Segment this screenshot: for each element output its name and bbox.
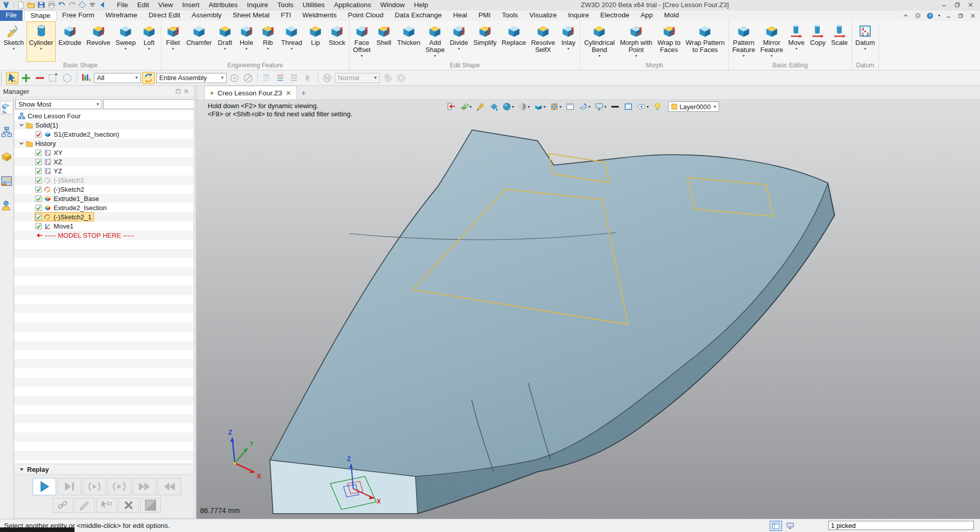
ribbon-button-copy[interactable]: Copy: [807, 21, 828, 62]
ribbon-button-revolve[interactable]: Revolve: [84, 21, 113, 62]
open-file-icon[interactable]: [27, 1, 36, 9]
help-icon[interactable]: ?: [926, 12, 935, 20]
layer-combo[interactable]: Layer0000▼: [668, 102, 719, 112]
visibility-checkbox[interactable]: [35, 214, 42, 220]
ribbon-button-fillet[interactable]: Fillet▾: [162, 21, 184, 62]
ribbon-button-thicken[interactable]: Thicken: [395, 21, 423, 62]
ribbon-tab-weldments[interactable]: Weldments: [297, 10, 342, 21]
dropdown-caret[interactable]: ▾: [598, 54, 600, 58]
bulb-icon[interactable]: [652, 102, 663, 112]
undo-icon[interactable]: [57, 1, 66, 9]
redo-icon[interactable]: [67, 1, 77, 9]
new-file-icon[interactable]: [16, 1, 26, 9]
visibility-checkbox[interactable]: [35, 205, 42, 211]
dropdown-caret[interactable]: ▾: [246, 46, 248, 51]
ribbon-button-add-shape[interactable]: AddShape▾: [423, 21, 448, 62]
ribbon-tab-visualize[interactable]: Visualize: [524, 10, 562, 21]
replay-play-span-button[interactable]: [83, 478, 106, 495]
toolbar-grip[interactable]: [1, 72, 4, 84]
ribbon-button-extrude[interactable]: Extrude: [56, 21, 84, 62]
menu-attributes[interactable]: Attributes: [204, 0, 242, 10]
ribbon-tab-electrode[interactable]: Electrode: [595, 10, 635, 21]
edge-width-icon[interactable]: [609, 102, 621, 112]
ribbon-tab-point-cloud[interactable]: Point Cloud: [342, 10, 389, 21]
visibility-checkbox[interactable]: [35, 186, 42, 193]
dropdown-caret[interactable]: ▾: [771, 54, 773, 58]
manager-tab-icon[interactable]: [0, 101, 13, 114]
dropdown-caret[interactable]: ▾: [647, 105, 649, 109]
dropdown-caret[interactable]: ▾: [589, 105, 591, 109]
tree-row-history[interactable]: History: [14, 139, 199, 148]
dropdown-caret[interactable]: ▾: [434, 54, 436, 58]
tree-row-s1-extrude2-isection[interactable]: S1(Extrude2_Isection): [14, 130, 199, 139]
ribbon-button-rib[interactable]: Rib▾: [257, 21, 279, 62]
monitor-icon[interactable]: [784, 521, 796, 531]
ribbon-button-wrap-pattern-to-faces[interactable]: Wrap Patternto Faces: [683, 21, 727, 62]
ribbon-tab-free-form[interactable]: Free Form: [57, 10, 100, 21]
frame-icon[interactable]: [565, 102, 576, 112]
save-icon[interactable]: [37, 1, 46, 9]
ribbon-tab-app[interactable]: App: [635, 10, 658, 21]
target-icon[interactable]: [228, 72, 240, 84]
exit-icon[interactable]: [446, 102, 457, 112]
mdi-restore-icon[interactable]: [956, 12, 965, 20]
tree-row-extrude2-isection[interactable]: Extrude2_Isection: [14, 203, 199, 212]
replay-regen-button[interactable]: [53, 498, 73, 513]
ribbon-tab-pmi[interactable]: PMI: [473, 10, 496, 21]
menu-window[interactable]: Window: [376, 0, 409, 10]
tree-row-yz[interactable]: 312YZ: [14, 166, 199, 175]
ribbon-tab-mold[interactable]: Mold: [658, 10, 684, 21]
ribbon-button-cylinder[interactable]: Cylinder▾: [27, 21, 56, 62]
face-rect-icon[interactable]: [623, 102, 634, 112]
ribbon-button-scale[interactable]: Scale: [828, 21, 850, 62]
dropdown-caret[interactable]: ▾: [559, 105, 561, 109]
replay-cancel-button[interactable]: [118, 498, 139, 513]
ribbon-button-mirror-feature[interactable]: MirrorFeature▾: [757, 21, 786, 62]
mdi-minimize-icon[interactable]: [944, 12, 952, 20]
dropdown-caret[interactable]: ▾: [604, 105, 606, 109]
tree-row-sketch2-1[interactable]: (-)Sketch2_1: [14, 212, 199, 221]
assembly-tree-icon[interactable]: [0, 125, 13, 139]
dropdown-caret[interactable]: ▾: [743, 54, 745, 58]
ribbon-button-face-offset[interactable]: FaceOffset▾: [351, 21, 373, 62]
ribbon-button-loft[interactable]: Loft▾: [138, 21, 160, 62]
tree-row-extrude1-base[interactable]: Extrude1_Base: [14, 194, 199, 203]
close-icon[interactable]: [965, 1, 976, 9]
ribbon-button-chamfer[interactable]: Chamfer: [184, 21, 214, 62]
visibility-checkbox[interactable]: [35, 223, 42, 230]
tree-filter-combo[interactable]: Show Most ▼: [15, 99, 102, 109]
ribbon-button-divide[interactable]: Divide▾: [447, 21, 471, 62]
visual-manager-icon[interactable]: [0, 150, 13, 163]
dropdown-caret[interactable]: ▾: [13, 46, 15, 51]
panel-toggle-icon[interactable]: [770, 521, 782, 531]
dropdown-caret[interactable]: ▾: [290, 46, 292, 51]
tree-row-sketch2[interactable]: (-)Sketch2: [14, 185, 199, 194]
tree-search-input[interactable]: [103, 99, 198, 109]
ribbon-tab-heal[interactable]: Heal: [448, 10, 473, 21]
add-box-icon[interactable]: [47, 72, 60, 84]
normal-mode-icon[interactable]: [321, 72, 333, 84]
menu-help[interactable]: Help: [409, 0, 433, 10]
replay-pick-button[interactable]: [96, 498, 117, 513]
dropdown-caret[interactable]: ▾: [125, 46, 127, 51]
close-panel-icon[interactable]: [182, 88, 190, 95]
ribbon-button-simplify[interactable]: Simplify: [471, 21, 499, 62]
view-cube-icon[interactable]: ▾: [533, 102, 547, 112]
scope-combo[interactable]: Entire Assembly▼: [156, 73, 227, 83]
ribbon-button-morph-with-point[interactable]: Morph withPoint▾: [617, 21, 655, 62]
replay-rewind-button[interactable]: [158, 478, 181, 495]
ribbon-tab-tools[interactable]: Tools: [496, 10, 524, 21]
tree-row-creo-lesson-four[interactable]: Creo Lesson Four: [14, 111, 199, 120]
mdi-close-icon[interactable]: [968, 12, 977, 20]
gear-small-icon[interactable]: [395, 72, 407, 84]
dropdown-caret[interactable]: ▾: [544, 105, 546, 109]
restore-icon[interactable]: [951, 1, 963, 9]
replay-swatch[interactable]: [140, 498, 161, 513]
menu-insert[interactable]: Insert: [178, 0, 204, 10]
menu-utilities[interactable]: Utilities: [298, 0, 330, 10]
new-tab-button[interactable]: +: [297, 86, 310, 99]
replay-fast-forward-button[interactable]: [133, 478, 156, 495]
visibility-checkbox[interactable]: [35, 195, 42, 202]
tab-close-icon[interactable]: ✕: [286, 89, 291, 97]
menu-view[interactable]: View: [154, 0, 178, 10]
